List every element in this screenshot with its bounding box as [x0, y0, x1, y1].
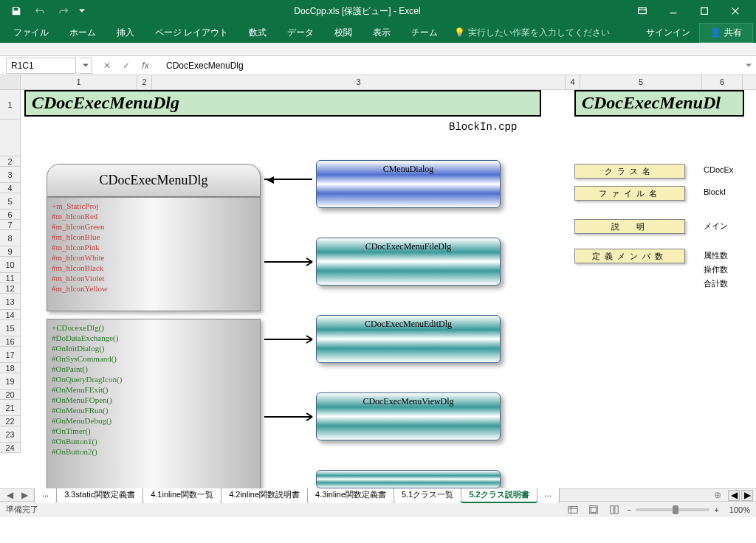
maximize-icon[interactable] [690, 1, 719, 21]
save-icon[interactable] [6, 2, 27, 20]
cancel-icon[interactable]: ✕ [98, 58, 116, 74]
uml-attributes-box[interactable]: +m_StaticProj #m_hIconRed #m_hIconGreen … [47, 197, 261, 311]
close-icon[interactable] [721, 1, 750, 21]
row-header[interactable]: 18 [0, 363, 21, 373]
tab-pagelayout[interactable]: ページ レイアウト [145, 24, 238, 42]
row-header[interactable]: 10 [0, 257, 21, 273]
row-header[interactable]: 14 [0, 310, 21, 320]
info-value: メイン [704, 221, 748, 232]
fx-icon[interactable]: fx [137, 58, 154, 74]
tab-home[interactable]: ホーム [59, 24, 106, 42]
select-all-corner[interactable] [0, 75, 21, 89]
sheet-tab[interactable]: ... [537, 487, 560, 503]
row-header[interactable]: 13 [0, 294, 21, 310]
info-value: 操作数 [704, 264, 748, 275]
tab-scroll-prev-icon[interactable]: ◀ [3, 489, 16, 501]
sheet-tab[interactable]: ... [34, 487, 57, 503]
col-header[interactable]: 1 [21, 75, 137, 89]
row-header[interactable]: 2 [0, 156, 21, 167]
row-header[interactable]: 15 [0, 320, 21, 336]
zoom-slider[interactable] [636, 508, 709, 511]
row-header[interactable]: 8 [0, 230, 21, 246]
add-sheet-icon[interactable]: ⊕ [710, 490, 725, 500]
file-name-cell: BlockIn.cpp [449, 121, 517, 133]
tab-scroll-next-icon[interactable]: ▶ [18, 489, 31, 501]
row-header[interactable]: 17 [0, 347, 21, 363]
col-header[interactable]: 6 [702, 75, 743, 89]
uml-methods-box[interactable]: +CDocexeDlg() #DoDataExchange() #OnInitD… [47, 319, 261, 488]
sheet-tab[interactable]: 5.1クラス一覧 [394, 487, 461, 503]
class-title-cell-right[interactable]: CDocExecMenuDl [574, 90, 744, 117]
pagebreak-view-icon[interactable] [606, 503, 622, 516]
qat-customize-icon[interactable] [77, 2, 87, 20]
undo-icon[interactable] [30, 2, 50, 20]
hscroll-left-icon[interactable]: ◀ [728, 490, 740, 501]
tab-formulas[interactable]: 数式 [238, 24, 277, 42]
share-button[interactable]: 👤共有 [699, 23, 753, 43]
col-header[interactable]: 3 [152, 75, 566, 89]
formula-input[interactable]: CDocExecMenuDlg [160, 58, 741, 74]
row-header[interactable]: 21 [0, 400, 21, 416]
person-icon: 👤 [710, 27, 721, 38]
row-header[interactable]: 24 [0, 443, 21, 453]
expand-formula-icon[interactable] [741, 63, 756, 69]
tab-team[interactable]: チーム [401, 24, 448, 42]
worksheet-area: 1 2 3 4 5 6 1 2 3 4 5 6 7 8 9 10 11 12 1… [0, 75, 756, 488]
row-header[interactable]: 5 [0, 193, 21, 210]
row-header[interactable]: 7 [0, 220, 21, 230]
sign-in-button[interactable]: サインイン [637, 24, 699, 42]
col-header[interactable]: 4 [566, 75, 580, 89]
tell-me-search[interactable]: 💡実行したい作業を入力してください [448, 24, 616, 42]
row-header[interactable] [0, 120, 21, 156]
col-header[interactable]: 2 [137, 75, 152, 89]
sheet-tab[interactable]: 4.2inline関数説明書 [221, 487, 308, 503]
uml-class-header[interactable]: CDocExecMenuDlg [47, 164, 261, 197]
row-header[interactable]: 1 [0, 90, 21, 120]
hscroll-right-icon[interactable]: ▶ [741, 490, 753, 501]
ribbon-display-icon[interactable] [628, 1, 657, 21]
row-header[interactable]: 22 [0, 416, 21, 426]
related-class-box[interactable]: CDocExecMenuEditDlg [316, 315, 501, 363]
tab-file[interactable]: ファイル [3, 24, 59, 42]
redo-icon[interactable] [53, 2, 74, 20]
row-header[interactable]: 3 [0, 167, 21, 183]
bulb-icon: 💡 [454, 27, 465, 38]
normal-view-icon[interactable] [565, 503, 581, 516]
name-box-dropdown[interactable] [79, 58, 92, 74]
attr-item: #m_hIconWhite [52, 252, 255, 263]
name-box[interactable]: R1C1 [6, 58, 76, 74]
tab-data[interactable]: データ [277, 24, 324, 42]
row-header[interactable]: 11 [0, 273, 21, 283]
tab-review[interactable]: 校閲 [324, 24, 362, 42]
tab-insert[interactable]: 挿入 [106, 24, 145, 42]
grid-canvas[interactable]: CDocExecMenuDlg CDocExecMenuDl BlockIn.c… [21, 90, 756, 488]
row-header[interactable]: 23 [0, 426, 21, 443]
sheet-tab[interactable]: 3.3static関数定義書 [56, 487, 143, 503]
meth-item: #OnButton2() [52, 446, 255, 457]
zoom-level[interactable]: 100% [729, 505, 750, 514]
tab-view[interactable]: 表示 [362, 24, 401, 42]
sheet-tab[interactable]: 4.3inline関数定義書 [307, 487, 394, 503]
sheet-tab[interactable]: 4.1inline関数一覧 [142, 487, 221, 503]
sheet-tab-active[interactable]: 5.2クラス説明書 [461, 487, 537, 503]
zoom-in-icon[interactable]: + [714, 505, 718, 514]
related-class-box[interactable]: CDocExecMenuViewDlg [316, 392, 501, 440]
row-headers: 1 2 3 4 5 6 7 8 9 10 11 12 13 14 15 16 1… [0, 90, 21, 453]
row-header[interactable]: 9 [0, 246, 21, 257]
minimize-icon[interactable] [659, 1, 688, 21]
meth-item: #OnInitDialog() [52, 343, 255, 353]
row-header[interactable]: 20 [0, 390, 21, 400]
row-header[interactable]: 16 [0, 336, 21, 347]
related-class-box[interactable] [316, 470, 501, 488]
class-title-cell[interactable]: CDocExecMenuDlg [24, 90, 541, 117]
col-header[interactable]: 5 [580, 75, 702, 89]
enter-icon[interactable]: ✓ [117, 58, 135, 74]
row-header[interactable]: 12 [0, 283, 21, 294]
svg-rect-6 [615, 505, 618, 513]
row-header[interactable]: 19 [0, 373, 21, 390]
row-header[interactable]: 4 [0, 183, 21, 193]
row-header[interactable]: 6 [0, 210, 21, 220]
meth-item: #OnButton1() [52, 436, 255, 446]
page-layout-view-icon[interactable] [585, 503, 602, 516]
zoom-out-icon[interactable]: − [627, 505, 631, 514]
